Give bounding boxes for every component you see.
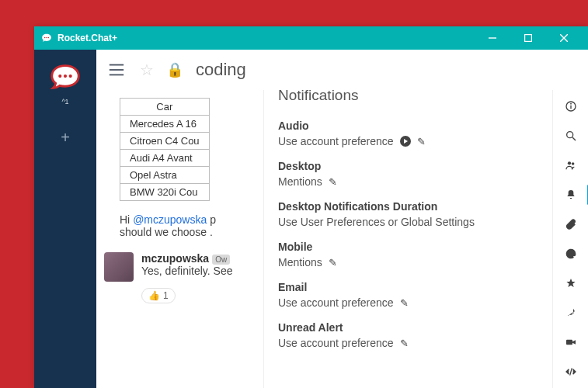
app-icon (40, 32, 53, 44)
svg-point-1 (46, 37, 47, 39)
svg-point-19 (571, 162, 573, 165)
starred-icon[interactable] (553, 268, 589, 298)
table-row: BMW 320i Cou (120, 184, 210, 201)
svg-point-9 (69, 74, 72, 78)
titlebar: Rocket.Chat+ (34, 26, 588, 50)
edit-icon[interactable]: ✎ (400, 297, 409, 309)
pinned-icon[interactable] (553, 298, 589, 327)
window-title: Rocket.Chat+ (57, 33, 475, 43)
table-row: Citroen C4 Cou (120, 133, 210, 150)
maximize-button[interactable] (510, 26, 546, 50)
edit-icon[interactable]: ✎ (400, 338, 409, 349)
server-sidebar: ^1 + (34, 50, 96, 388)
svg-line-17 (572, 137, 576, 140)
svg-point-2 (48, 37, 50, 39)
svg-point-18 (567, 161, 570, 165)
notif-audio: Audio Use account preference ✎ (278, 120, 538, 147)
username[interactable]: mczupowska (141, 252, 209, 265)
lock-icon: 🔒 (166, 61, 183, 78)
notif-duration: Desktop Notifications Duration Use User … (278, 200, 538, 228)
role-badge: Ow (212, 255, 230, 265)
close-button[interactable] (546, 26, 582, 50)
svg-point-0 (44, 37, 46, 39)
edit-icon[interactable]: ✎ (329, 176, 337, 188)
notif-unread: Unread Alert Use account preference ✎ (278, 321, 538, 349)
code-icon[interactable] (553, 357, 589, 386)
notif-email: Email Use account preference ✎ (278, 281, 538, 309)
notifications-icon[interactable] (553, 180, 589, 210)
svg-point-8 (64, 74, 67, 78)
server-unread-badge: ^1 (61, 98, 68, 106)
reaction-button[interactable]: 👍 1 (141, 288, 176, 303)
server-logo[interactable] (47, 59, 84, 96)
files-icon[interactable] (553, 210, 589, 239)
table-header: Car (120, 99, 210, 116)
svg-rect-4 (525, 35, 532, 42)
edit-icon[interactable]: ✎ (417, 136, 426, 147)
app-window: Rocket.Chat+ ^1 + ☆ 🔒 codi (34, 26, 588, 388)
channel-name: coding (196, 60, 246, 80)
svg-point-16 (566, 132, 572, 138)
mentions-icon[interactable] (553, 239, 589, 268)
message-body: Yes, definitely. See (141, 265, 233, 277)
svg-rect-21 (566, 340, 572, 345)
svg-point-15 (570, 103, 572, 105)
notifications-panel: Notifications Audio Use account preferen… (263, 90, 552, 388)
table-row: Opel Astra (120, 167, 210, 184)
main-area: ☆ 🔒 coding Car Mercedes A 16 Citroen C4 … (96, 50, 588, 388)
menu-button[interactable] (106, 61, 127, 78)
svg-point-7 (58, 74, 61, 78)
info-icon[interactable] (553, 92, 589, 121)
table-row: Mercedes A 16 (120, 116, 210, 133)
table-row: Audi A4 Avant (120, 150, 210, 167)
add-server-button[interactable]: + (54, 126, 77, 149)
reaction-emoji: 👍 (148, 290, 160, 301)
notif-desktop: Desktop Mentions ✎ (278, 160, 538, 188)
minimize-button[interactable] (475, 26, 510, 50)
play-icon[interactable] (400, 136, 411, 147)
members-icon[interactable] (553, 151, 589, 180)
search-icon[interactable] (553, 121, 589, 151)
svg-rect-14 (570, 106, 571, 109)
reaction-count: 1 (163, 290, 169, 301)
channel-header: ☆ 🔒 coding (96, 50, 588, 90)
notif-mobile: Mobile Mentions ✎ (278, 241, 538, 268)
mention-link[interactable]: @mczupowska (133, 213, 207, 226)
favorite-star-icon[interactable]: ☆ (140, 61, 154, 79)
cars-table: Car Mercedes A 16 Citroen C4 Cou Audi A4… (120, 98, 210, 201)
video-icon[interactable] (553, 327, 589, 357)
flex-tab-bar (552, 90, 588, 388)
edit-icon[interactable]: ✎ (329, 257, 337, 268)
panel-title: Notifications (278, 87, 538, 104)
avatar[interactable] (104, 252, 134, 282)
